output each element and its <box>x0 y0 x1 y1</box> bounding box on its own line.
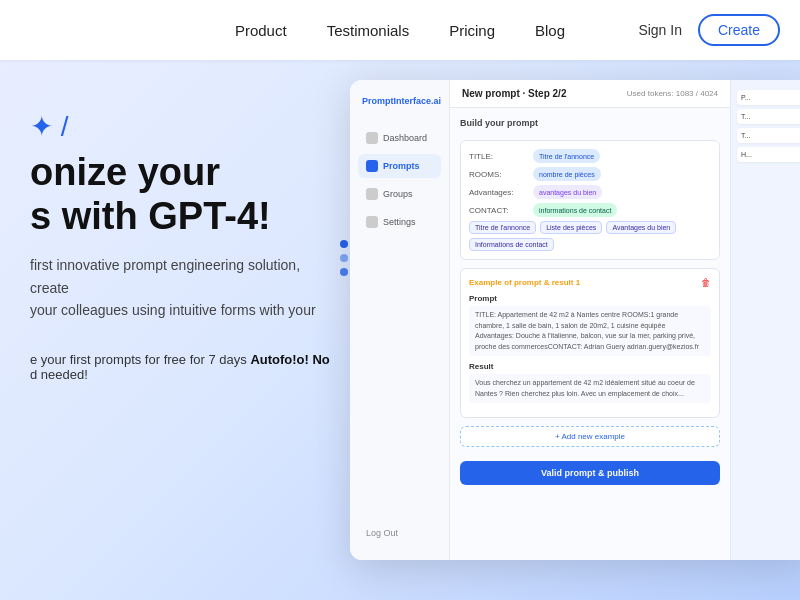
nav-product[interactable]: Product <box>235 22 287 39</box>
mockup-logout[interactable]: Log Out <box>358 522 441 544</box>
mockup-build-title: Build your prompt <box>460 118 720 128</box>
rp-item-4: H... <box>737 147 800 162</box>
example-header: Example of prompt & result 1 🗑 <box>469 277 711 288</box>
settings-icon <box>366 216 378 228</box>
mockup-content: Build your prompt TITLE: Titre de l'anno… <box>450 108 730 560</box>
mockup-example: Example of prompt & result 1 🗑 Prompt TI… <box>460 268 720 418</box>
create-button[interactable]: Create <box>698 14 780 46</box>
mockup-form: TITLE: Titre de l'annonce ROOMS: nombre … <box>460 140 720 260</box>
rp-item-3: T... <box>737 128 800 143</box>
tag-3: Informations de contact <box>469 238 554 251</box>
form-label-advantages: Advantages: <box>469 188 529 197</box>
mockup-topbar: New prompt · Step 2/2 Used tokens: 1083 … <box>450 80 730 108</box>
mockup-right-panel: P... T... T... H... <box>730 80 800 560</box>
prompts-icon <box>366 160 378 172</box>
rp-item-1: P... <box>737 90 800 105</box>
hero-dots <box>340 240 348 276</box>
hero-cta: e your first prompts for free for 7 days… <box>30 352 360 382</box>
nav-testimonials[interactable]: Testimonials <box>327 22 410 39</box>
chip-title: Titre de l'annonce <box>533 149 600 163</box>
nav-blog[interactable]: Blog <box>535 22 565 39</box>
form-row-advantages: Advantages: avantages du bien <box>469 185 711 199</box>
hero-section: ✦ / onize your s with GPT-4! first innov… <box>0 60 800 600</box>
form-label-contact: CONTACT: <box>469 206 529 215</box>
form-label-title: TITLE: <box>469 152 529 161</box>
mockup-nav-prompts[interactable]: Prompts <box>358 154 441 178</box>
add-example-button[interactable]: + Add new example <box>460 426 720 447</box>
dot-1 <box>340 240 348 248</box>
tag-2: Avantages du bien <box>606 221 676 234</box>
chip-contact: informations de contact <box>533 203 617 217</box>
mockup-nav-groups[interactable]: Groups <box>358 182 441 206</box>
sparkle-icon: ✦ / <box>30 110 360 143</box>
mockup-nav-dashboard[interactable]: Dashboard <box>358 126 441 150</box>
mockup-tags: Titre de l'annonce Liste des pièces Avan… <box>469 221 711 251</box>
form-row-contact: CONTACT: informations de contact <box>469 203 711 217</box>
hero-subtitle: first innovative prompt engineering solu… <box>30 254 330 321</box>
dashboard-icon <box>366 132 378 144</box>
app-mockup: PromptInterface.ai Dashboard Prompts Gro… <box>350 80 800 560</box>
example-title: Example of prompt & result 1 <box>469 278 580 287</box>
mockup-nav-settings[interactable]: Settings <box>358 210 441 234</box>
chip-advantages: avantages du bien <box>533 185 602 199</box>
form-row-title: TITLE: Titre de l'annonce <box>469 149 711 163</box>
publish-button[interactable]: Valid prompt & publish <box>460 461 720 485</box>
navbar: Product Testimonials Pricing Blog Sign I… <box>0 0 800 60</box>
form-row-rooms: ROOMS: nombre de pièces <box>469 167 711 181</box>
rp-item-2: T... <box>737 109 800 124</box>
mockup-brand: PromptInterface.ai <box>358 96 441 106</box>
tag-1: Liste des pièces <box>540 221 602 234</box>
groups-icon <box>366 188 378 200</box>
hero-title: onize your s with GPT-4! <box>30 151 360 238</box>
prompt-label: Prompt <box>469 294 711 303</box>
mockup-tokens: Used tokens: 1083 / 4024 <box>627 89 718 98</box>
hero-text-block: ✦ / onize your s with GPT-4! first innov… <box>0 110 360 382</box>
mockup-sidebar: PromptInterface.ai Dashboard Prompts Gro… <box>350 80 450 560</box>
tag-0: Titre de l'annonce <box>469 221 536 234</box>
nav-right: Sign In Create <box>638 14 780 46</box>
signin-button[interactable]: Sign In <box>638 22 682 38</box>
form-label-rooms: ROOMS: <box>469 170 529 179</box>
mockup-topbar-title: New prompt · Step 2/2 <box>462 88 566 99</box>
trash-icon[interactable]: 🗑 <box>701 277 711 288</box>
dot-2 <box>340 254 348 262</box>
chip-rooms: nombre de pièces <box>533 167 601 181</box>
mockup-main: New prompt · Step 2/2 Used tokens: 1083 … <box>450 80 730 560</box>
result-label: Result <box>469 362 711 371</box>
dot-3 <box>340 268 348 276</box>
result-text: Vous cherchez un appartement de 42 m2 id… <box>469 374 711 403</box>
prompt-text: TITLE: Appartement de 42 m2 à Nantes cen… <box>469 306 711 356</box>
nav-pricing[interactable]: Pricing <box>449 22 495 39</box>
